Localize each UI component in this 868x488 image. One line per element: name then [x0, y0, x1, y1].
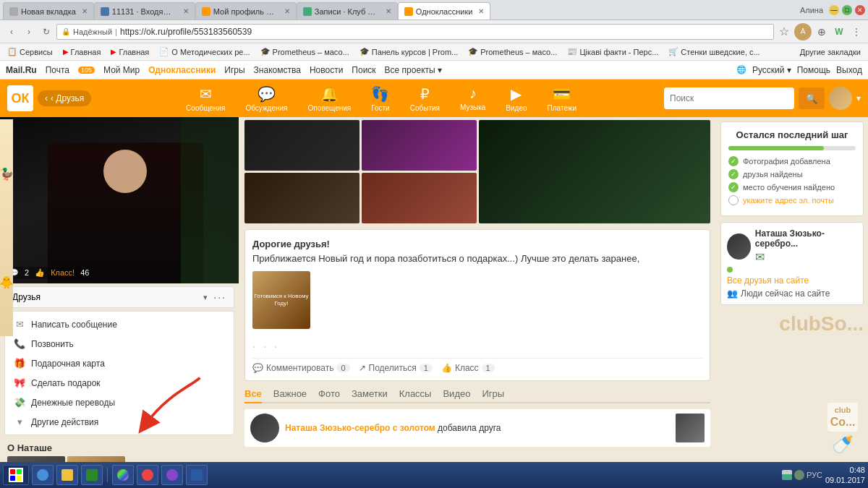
- address-bar[interactable]: 🔒 Надёжный | https://ok.ru/profile/55318…: [56, 24, 774, 40]
- search-input[interactable]: [664, 87, 794, 109]
- back-button[interactable]: ‹: [4, 25, 19, 39]
- tab-new[interactable]: Новая вкладка ✕: [3, 2, 94, 20]
- nav-video[interactable]: ▶ Видео: [495, 81, 537, 116]
- nav-moimir[interactable]: Мой Мир: [103, 65, 140, 75]
- bookmark-services[interactable]: 📋 Сервисы: [3, 46, 57, 58]
- tree-deco: [181, 117, 239, 283]
- tab-important[interactable]: Важное: [273, 385, 307, 403]
- taskbar-app-chrome[interactable]: [112, 465, 134, 485]
- action-money-transfer[interactable]: 💸 Денежные переводы: [5, 393, 234, 412]
- nav-ok[interactable]: Одноклассники: [148, 65, 216, 75]
- bookmark-other[interactable]: Другие закладки: [796, 46, 865, 58]
- photo-cell-1[interactable]: [244, 120, 359, 171]
- photo-cell-2[interactable]: [362, 120, 477, 171]
- photo-cell-4[interactable]: [244, 173, 359, 223]
- nav-dating[interactable]: Знакомства: [254, 65, 301, 75]
- minimize-button[interactable]: —: [829, 5, 839, 15]
- tab-close-icon[interactable]: ✕: [478, 7, 484, 15]
- tab-photos[interactable]: Фото: [318, 385, 340, 403]
- nav-russian[interactable]: Русский ▾: [752, 65, 791, 75]
- word-button[interactable]: W: [832, 25, 846, 39]
- refresh-button[interactable]: ↻: [39, 25, 54, 39]
- photo-cell-5[interactable]: [362, 173, 477, 223]
- activity-thumb[interactable]: [676, 414, 705, 442]
- share-button[interactable]: ↗ Поделиться 1: [359, 363, 433, 373]
- taskbar-right: РУС 0:48 09.01.2017: [782, 465, 865, 486]
- nav-logout[interactable]: Выход: [836, 65, 862, 75]
- taskbar-app-ie[interactable]: [32, 465, 54, 485]
- menu-button[interactable]: ⋮: [849, 25, 864, 39]
- friends-dropdown[interactable]: Друзья ▾ ···: [4, 286, 234, 308]
- profile-button[interactable]: A: [794, 23, 812, 40]
- nav-music[interactable]: ♪ Музыка: [450, 81, 495, 116]
- tab-close-icon[interactable]: ✕: [284, 7, 290, 15]
- nav-messages[interactable]: ✉ Сообщения: [176, 81, 235, 116]
- close-button[interactable]: ✕: [855, 5, 865, 15]
- bookmark-metodic[interactable]: 📄 О Методических ре...: [155, 46, 254, 58]
- translate-button[interactable]: ⊕: [814, 25, 829, 39]
- maximize-button[interactable]: □: [842, 5, 852, 15]
- action-gift-card[interactable]: 🎁 Подарочная карта: [5, 354, 234, 373]
- user-avatar[interactable]: [829, 87, 852, 110]
- tab-close-icon[interactable]: ✕: [386, 7, 391, 15]
- user-dropdown-icon[interactable]: ▾: [856, 93, 861, 103]
- action-other[interactable]: ▾ Другие действия: [5, 412, 234, 432]
- nav-search[interactable]: Поиск: [352, 65, 375, 75]
- bookmark-prometheus2[interactable]: 🎓 Prometheus – масо...: [464, 46, 561, 58]
- bookmark-prometheus1[interactable]: 🎓 Prometheus – масо...: [256, 46, 354, 58]
- bookmark-walls[interactable]: 🛒 Стенки шведские, с...: [664, 46, 764, 58]
- start-button[interactable]: [3, 465, 29, 485]
- tab-classes[interactable]: Классы: [399, 385, 432, 403]
- tab-club[interactable]: Записи · Клуб советов... ✕: [297, 2, 398, 20]
- taskbar-app-yandex[interactable]: [137, 465, 158, 485]
- nav-pochta[interactable]: Почта: [46, 65, 69, 75]
- gift-icon: 🎀: [14, 377, 25, 388]
- tab-close-icon[interactable]: ✕: [183, 7, 189, 15]
- nav-payments[interactable]: 💳 Платежи: [537, 81, 587, 116]
- action-send-message[interactable]: ✉ Написать сообщение: [5, 314, 234, 334]
- ok-logo[interactable]: ОК: [7, 85, 33, 111]
- post-image[interactable]: Готовимся к Новому Году!: [252, 271, 310, 329]
- about-title: О Наташе: [7, 442, 231, 453]
- friends-dropdown-icon[interactable]: ▾: [203, 293, 208, 302]
- tab-mail[interactable]: 11131 · Входящие — Яя... ✕: [94, 2, 195, 20]
- action-call[interactable]: 📞 Позвонить: [5, 334, 234, 354]
- nav-notifications[interactable]: 🔔 Оповещения: [298, 81, 362, 116]
- tab-shop[interactable]: Мой профиль в магаз... ✕: [195, 2, 297, 20]
- taskbar-app-viber[interactable]: [161, 465, 183, 485]
- tab-games[interactable]: Игры: [482, 385, 504, 403]
- nav-help[interactable]: Помощь: [797, 65, 830, 75]
- nav-all-projects[interactable]: Все проекты ▾: [385, 65, 442, 75]
- friends-more-icon[interactable]: ···: [213, 291, 226, 303]
- like-button[interactable]: 👍 Класс 1: [441, 363, 495, 373]
- search-button[interactable]: 🔍: [799, 87, 825, 109]
- tab-close-icon[interactable]: ✕: [82, 7, 88, 15]
- mail-icon[interactable]: ✉: [755, 250, 765, 264]
- nav-news[interactable]: Новости: [310, 65, 343, 75]
- windows-q1: [10, 469, 15, 474]
- bookmark-panel[interactable]: 🎓 Панель курсов | Prom...: [355, 46, 463, 58]
- bookmark-home1[interactable]: ▶ Главная: [59, 46, 106, 58]
- mailru-brand[interactable]: Mail.Ru: [6, 65, 37, 75]
- action-make-gift[interactable]: 🎀 Сделать подарок: [5, 373, 234, 393]
- comment-button[interactable]: 💬 Комментировать 0: [252, 363, 350, 373]
- tab-all[interactable]: Все: [244, 385, 262, 403]
- globe-icon: 🌐: [736, 65, 746, 74]
- taskbar-app-files[interactable]: [81, 465, 103, 485]
- nav-events[interactable]: ₽ События: [400, 81, 450, 116]
- photo-cell-3[interactable]: [479, 120, 711, 223]
- bookmark-home2[interactable]: ▶ Главная: [106, 46, 153, 58]
- taskbar-app-explorer[interactable]: [56, 465, 78, 485]
- nav-games[interactable]: Игры: [224, 65, 244, 75]
- check-icon-4: [728, 195, 739, 205]
- nav-discussions[interactable]: 💬 Обсуждения: [235, 81, 297, 116]
- tab-video[interactable]: Видео: [443, 385, 470, 403]
- nav-guests[interactable]: 👣 Гости: [361, 81, 399, 116]
- back-to-friends-button[interactable]: ‹ ‹ Друзья: [38, 90, 91, 106]
- tab-notes[interactable]: Заметки: [352, 385, 388, 403]
- forward-button[interactable]: ›: [22, 25, 36, 39]
- tab-ok[interactable]: Одноклассники ✕: [398, 2, 491, 20]
- taskbar-app-word[interactable]: [186, 465, 208, 485]
- extensions-button[interactable]: ☆: [777, 25, 791, 39]
- bookmark-facts[interactable]: 📰 Цікаві факти - Перс...: [563, 46, 663, 58]
